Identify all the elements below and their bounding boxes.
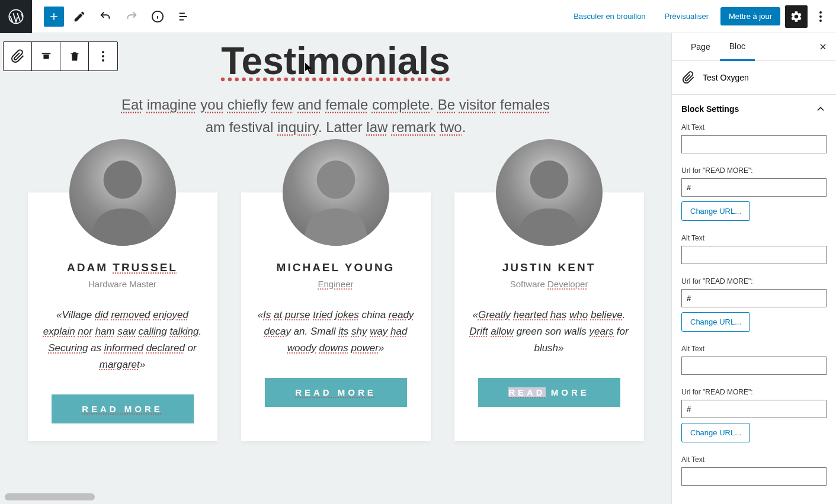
block-header: Test Oxygen — [672, 61, 836, 95]
block-toolbar — [3, 41, 118, 71]
editor-canvas[interactable]: Testimonials Eat imagine you chiefly few… — [0, 33, 671, 504]
alt-text-label: Alt Text — [681, 455, 827, 464]
testimonial-quote[interactable]: «Is at purse tried jokes china ready dec… — [254, 307, 418, 357]
change-url-button[interactable]: Change URL... — [681, 312, 750, 332]
svg-point-4 — [819, 20, 822, 22]
block-header-icon — [681, 70, 696, 85]
testimonial-quote[interactable]: «Greatly hearted has who believe. Drift … — [467, 307, 631, 357]
info-button[interactable] — [147, 6, 168, 27]
svg-point-2 — [819, 11, 822, 14]
svg-point-10 — [103, 160, 142, 199]
person-role[interactable]: Engineer — [318, 279, 353, 289]
toolbar-right-group: Basculer en brouillon Prévisualiser Mett… — [566, 5, 836, 28]
change-url-button[interactable]: Change URL... — [681, 423, 750, 442]
add-block-button[interactable] — [44, 7, 64, 27]
info-icon — [151, 10, 164, 23]
alt-text-input[interactable] — [681, 135, 827, 153]
block-name: Test Oxygen — [703, 73, 749, 82]
dots-vertical-icon — [819, 11, 822, 22]
undo-icon — [99, 10, 112, 23]
list-icon — [177, 10, 190, 23]
redo-button[interactable] — [121, 6, 142, 27]
avatar — [496, 139, 603, 246]
settings-sidebar: Page Bloc Test Oxygen Block Settings Alt… — [671, 33, 836, 504]
field-group: Alt Text — [681, 123, 827, 159]
update-button[interactable]: Mettre à jour — [720, 7, 780, 25]
plus-icon — [48, 11, 60, 23]
close-sidebar-button[interactable] — [812, 36, 834, 57]
url-label: Url for "READ MORE": — [681, 166, 827, 175]
avatar — [69, 139, 176, 246]
wordpress-logo[interactable] — [0, 0, 32, 33]
person-name[interactable]: MICHAEL YOUNG — [277, 261, 395, 274]
read-more-button[interactable]: READ MORE — [52, 394, 194, 423]
testimonial-card[interactable]: MICHAEL YOUNG Engineer «Is at purse trie… — [241, 192, 431, 441]
testimonials-row: ADAM TRUSSEL Hardware Master «Village di… — [12, 192, 659, 441]
chevron-up-icon — [815, 103, 827, 115]
section-subtitle[interactable]: Eat imagine you chiefly few and female c… — [111, 94, 561, 139]
canvas-content: Testimonials Eat imagine you chiefly few… — [0, 33, 671, 465]
outline-button[interactable] — [173, 6, 194, 27]
delete-block-button[interactable] — [60, 42, 89, 70]
block-more-button[interactable] — [89, 42, 117, 70]
url-label: Url for "READ MORE": — [681, 277, 827, 285]
alt-text-label: Alt Text — [681, 234, 827, 242]
field-group: Alt Text — [681, 455, 827, 492]
testimonial-quote[interactable]: «Village did removed enjoyed explain nor… — [41, 307, 204, 373]
change-url-button[interactable]: Change URL... — [681, 201, 750, 221]
person-role[interactable]: Hardware Master — [88, 279, 156, 289]
switch-draft-button[interactable]: Basculer en brouillon — [566, 8, 652, 24]
edit-mode-button[interactable] — [69, 6, 90, 27]
field-group: Alt Text — [681, 234, 827, 270]
wordpress-icon — [8, 8, 24, 25]
testimonial-card[interactable]: ADAM TRUSSEL Hardware Master «Village di… — [28, 192, 217, 441]
person-role[interactable]: Software Developer — [510, 279, 588, 289]
section-title[interactable]: Testimonials — [221, 39, 450, 83]
paperclip-icon — [11, 49, 25, 63]
svg-point-8 — [102, 55, 104, 57]
person-name[interactable]: JUSTIN KENT — [502, 261, 596, 274]
undo-button[interactable] — [95, 6, 116, 27]
svg-point-11 — [316, 160, 355, 199]
alt-text-input[interactable] — [681, 246, 827, 264]
panel-body: Alt Text Url for "READ MORE": Change URL… — [672, 123, 836, 499]
block-type-button[interactable] — [4, 42, 32, 70]
url-input[interactable] — [681, 178, 827, 197]
block-settings-panel-header[interactable]: Block Settings — [672, 95, 836, 123]
align-button[interactable] — [32, 42, 60, 70]
person-icon — [496, 139, 603, 246]
more-options-button[interactable] — [812, 5, 829, 28]
field-group: Url for "READ MORE": Change URL... — [681, 166, 827, 227]
svg-point-12 — [530, 160, 568, 199]
toolbar-left-group — [0, 0, 194, 33]
alt-text-input[interactable] — [681, 357, 827, 375]
person-name[interactable]: ADAM TRUSSEL — [67, 261, 178, 274]
testimonial-card[interactable]: JUSTIN KENT Software Developer «Greatly … — [454, 192, 644, 441]
settings-button[interactable] — [785, 5, 808, 28]
alt-text-label: Alt Text — [681, 123, 827, 131]
redo-icon — [125, 10, 138, 23]
alt-text-input[interactable] — [681, 467, 827, 486]
url-input[interactable] — [681, 400, 827, 418]
tab-bloc[interactable]: Bloc — [720, 33, 755, 61]
sidebar-scrollbar[interactable] — [671, 494, 836, 502]
read-more-button[interactable]: READ MORE — [265, 378, 407, 407]
svg-point-7 — [102, 51, 104, 53]
gear-icon — [790, 10, 803, 23]
tab-page[interactable]: Page — [681, 34, 720, 60]
preview-button[interactable]: Prévisualiser — [658, 8, 716, 24]
dots-vertical-icon — [102, 51, 104, 62]
svg-rect-6 — [41, 53, 50, 54]
url-input[interactable] — [681, 289, 827, 307]
paperclip-icon — [682, 71, 695, 84]
field-group: Alt Text — [681, 345, 827, 381]
svg-point-9 — [102, 59, 104, 62]
alt-text-label: Alt Text — [681, 345, 827, 353]
url-label: Url for "READ MORE": — [681, 388, 827, 396]
person-icon — [69, 139, 176, 246]
panel-title: Block Settings — [681, 104, 739, 114]
svg-point-3 — [819, 15, 822, 18]
pencil-icon — [73, 10, 86, 23]
read-more-button[interactable]: READ MORE — [478, 378, 620, 407]
person-icon — [283, 139, 389, 246]
